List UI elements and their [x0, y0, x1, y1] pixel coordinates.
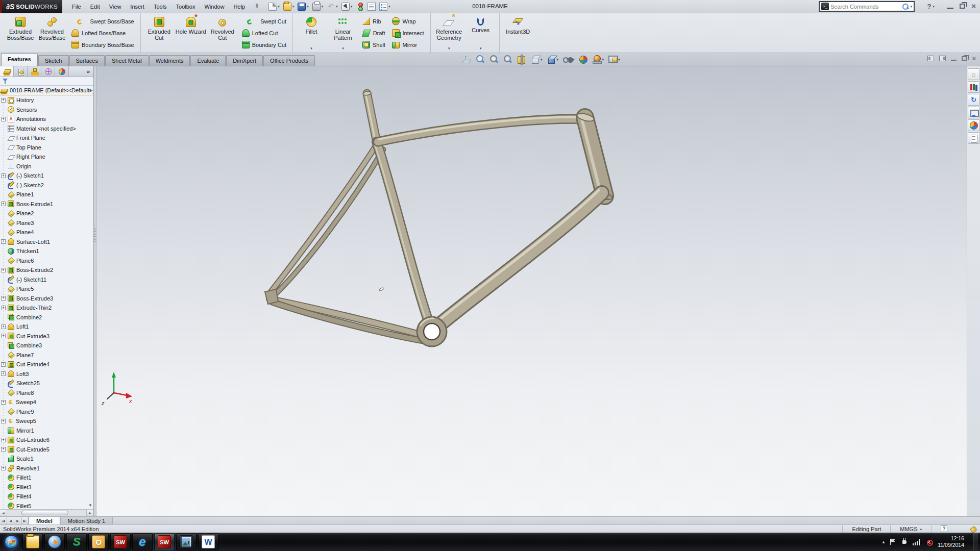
document-close-button[interactable]: ×: [972, 56, 976, 61]
feature-tree-item[interactable]: Fillet3: [0, 483, 93, 492]
zoom-to-area-icon[interactable]: [488, 54, 500, 65]
expand-toggle[interactable]: +: [1, 202, 6, 206]
feature-tree-item[interactable]: + Sweep5: [0, 416, 93, 426]
ribbon-button[interactable]: Lofted Cut: [240, 28, 288, 38]
expand-toggle[interactable]: +: [1, 296, 6, 300]
qat-button[interactable]: ▾: [296, 2, 310, 12]
search-commands-box[interactable]: >_ ▾: [819, 1, 915, 12]
s-logo-app-icon[interactable]: [66, 533, 87, 550]
ribbon-button[interactable]: Curves ▾: [465, 15, 497, 51]
feature-tree-item[interactable]: Origin: [0, 162, 93, 171]
feature-tree-item[interactable]: + (-) Sketch1: [0, 171, 93, 181]
feature-tree-item[interactable]: Thicken1: [0, 246, 93, 256]
help-menu[interactable]: ? ▾: [927, 3, 936, 10]
feature-tree-item[interactable]: + Surface-Loft1: [0, 237, 93, 247]
tab-sheet-metal[interactable]: Sheet Metal: [105, 55, 149, 66]
tab-weldments[interactable]: Weldments: [149, 55, 190, 66]
feature-tree-item[interactable]: Plane8: [0, 388, 93, 398]
tray-expand-icon[interactable]: ▴: [883, 539, 885, 544]
ribbon-button[interactable]: Mirror: [390, 39, 425, 50]
feature-tree-item[interactable]: + Boss-Extrude1: [0, 199, 93, 209]
qat-button[interactable]: ▾: [325, 2, 339, 12]
ribbon-button[interactable]: Boundary Cut: [240, 39, 288, 50]
ribbon-button[interactable]: Extruded Boss/Base: [5, 15, 36, 51]
first-tab-button[interactable]: |◀: [0, 517, 7, 524]
qat-button[interactable]: ▾: [378, 2, 392, 12]
feature-tree-item[interactable]: (-) Sketch2: [0, 181, 93, 190]
tab-motion-study[interactable]: Motion Study 1: [60, 517, 113, 524]
feature-tree-item[interactable]: + Loft3: [0, 369, 93, 379]
feature-tree-item[interactable]: Plane6: [0, 256, 93, 266]
document-minimize-button[interactable]: [951, 60, 957, 61]
feature-tree-item[interactable]: + Annotations: [0, 114, 93, 124]
tree-horizontal-scrollbar[interactable]: ◄ ►: [0, 509, 93, 516]
search-caret-icon[interactable]: ▾: [910, 5, 912, 9]
tab-propertymanager[interactable]: [14, 66, 28, 77]
expand-toggle[interactable]: +: [1, 324, 6, 329]
previous-view-icon[interactable]: [502, 54, 513, 65]
tab-surfaces[interactable]: Surfaces: [69, 55, 105, 66]
feature-tree-item[interactable]: Plane9: [0, 407, 93, 417]
feature-tree-item[interactable]: (-) Sketch11: [0, 275, 93, 285]
tab-sketch[interactable]: Sketch: [38, 55, 69, 66]
feature-tree-item[interactable]: Plane1: [0, 190, 93, 199]
document-restore-button[interactable]: [962, 56, 967, 61]
expand-toggle[interactable]: +: [1, 239, 6, 244]
ribbon-button[interactable]: Instant3D: [502, 15, 534, 51]
feature-tree-item[interactable]: + Cut-Extrude4: [0, 360, 93, 369]
tab-features[interactable]: Features: [1, 54, 38, 66]
feature-tree-item[interactable]: Plane3: [0, 218, 93, 228]
feature-tree-item[interactable]: Sketch25: [0, 379, 93, 388]
scroll-right-icon[interactable]: ►: [86, 510, 93, 516]
power-plug-icon[interactable]: [901, 538, 908, 545]
internet-explorer-icon[interactable]: [132, 533, 153, 550]
file-explorer-icon[interactable]: [968, 94, 980, 106]
expand-toggle[interactable]: +: [1, 371, 6, 376]
feature-tree-item[interactable]: Fillet5: [0, 502, 93, 510]
tree-root-item[interactable]: 0018-FRAME (Default<<Default>_D: [0, 86, 93, 95]
feature-tree-item[interactable]: + Sweep4: [0, 397, 93, 407]
tags-icon[interactable]: [970, 525, 977, 533]
feature-tree-item[interactable]: + Loft1: [0, 322, 93, 332]
ribbon-button[interactable]: Intersect: [390, 28, 425, 38]
show-desktop-button[interactable]: [973, 533, 978, 551]
pin-menu-icon[interactable]: [253, 3, 261, 11]
solidworks-active-icon[interactable]: [154, 533, 175, 550]
panel-overflow-chevron[interactable]: »: [83, 66, 93, 77]
expand-toggle[interactable]: +: [1, 306, 6, 310]
expand-toggle[interactable]: +: [1, 400, 6, 405]
ribbon-button[interactable]: Fillet ▾: [296, 15, 327, 51]
custom-properties-icon[interactable]: [968, 132, 980, 144]
qat-button[interactable]: ▾: [311, 2, 325, 12]
menu-item[interactable]: Tools: [149, 2, 172, 12]
windows-explorer-icon[interactable]: [22, 533, 43, 550]
feature-tree-item[interactable]: + Boss-Extrude3: [0, 294, 93, 304]
ribbon-button[interactable]: Linear Pattern ▾: [327, 15, 359, 51]
expand-toggle[interactable]: +: [1, 117, 6, 121]
photo-viewer-icon[interactable]: [176, 533, 197, 550]
previous-tab-button[interactable]: ◀: [7, 517, 14, 524]
menu-item[interactable]: Toolbox: [172, 2, 200, 12]
tab-displaymanager[interactable]: [55, 66, 69, 77]
tree-scroll-up-icon[interactable]: ▲: [88, 88, 92, 92]
scroll-left-icon[interactable]: ◄: [0, 510, 7, 516]
tab-featuremanager-tree[interactable]: [0, 66, 14, 77]
feature-tree-item[interactable]: Plane2: [0, 209, 93, 218]
feature-tree-item[interactable]: + Cut-Extrude6: [0, 435, 93, 445]
scrollbar-thumb[interactable]: [21, 511, 68, 515]
restore-button[interactable]: [960, 4, 965, 9]
quick-tips-icon[interactable]: ?: [941, 525, 947, 532]
normal-to-icon[interactable]: [460, 54, 472, 65]
feature-tree-item[interactable]: Front Plane: [0, 133, 93, 143]
qat-button[interactable]: ▾: [267, 2, 281, 12]
display-style-icon[interactable]: ▾: [546, 54, 560, 65]
graphics-area[interactable]: x z: [96, 66, 967, 516]
solidworks-icon[interactable]: [110, 533, 131, 550]
expand-toggle[interactable]: +: [1, 334, 6, 338]
expand-toggle[interactable]: +: [1, 438, 6, 442]
ribbon-button[interactable]: Swept Boss/Base: [70, 16, 136, 27]
word-icon[interactable]: [198, 533, 218, 550]
tab-evaluate[interactable]: Evaluate: [190, 55, 226, 66]
menu-item[interactable]: Insert: [126, 2, 149, 12]
outlook-icon[interactable]: [88, 533, 109, 550]
